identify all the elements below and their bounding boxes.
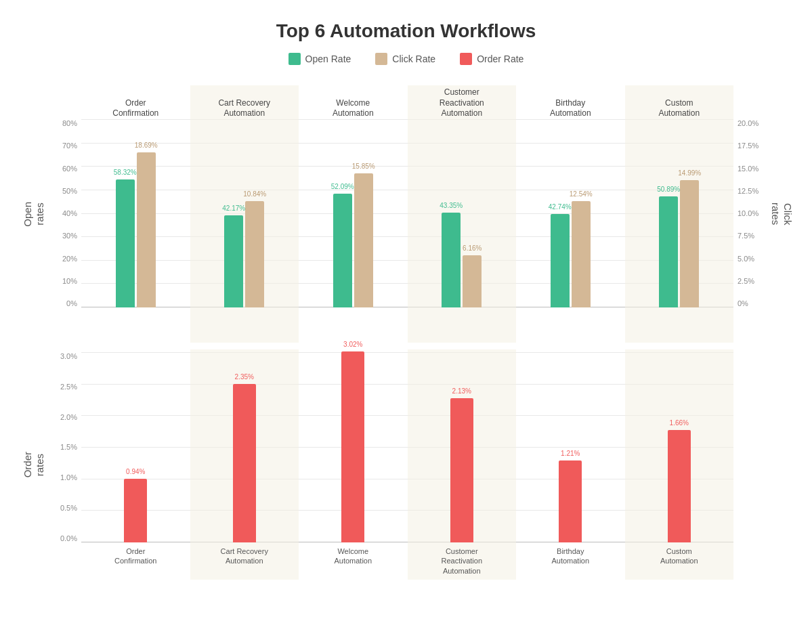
- click-rates-label: Clickrates: [769, 202, 794, 225]
- bar-open-order-confirmation: 58.32%: [116, 179, 135, 307]
- bottom-col-customer-reactivation: 2.13% CustomerReactivationAutomation: [408, 349, 517, 580]
- y-left-10: 10%: [62, 277, 77, 285]
- bar-click-welcome: 15.85%: [354, 173, 373, 307]
- y-right-100: 10.0%: [738, 209, 758, 217]
- y-left-80: 80%: [62, 119, 77, 127]
- y-right-0: 0%: [738, 299, 748, 307]
- legend-open: Open Rate: [289, 53, 351, 65]
- bar-open-cart-recovery: 42.17%: [224, 215, 243, 307]
- x-bottom-label-birthday: BirthdayAutomation: [551, 542, 589, 580]
- bottom-col-cart-recovery: 2.35% Cart RecoveryAutomation: [190, 349, 299, 580]
- y-order-30: 3.0%: [60, 352, 77, 360]
- x-bottom-label-customer-reactivation: CustomerReactivationAutomation: [441, 542, 482, 580]
- col-welcome: WelcomeAutomation 52.09% 15.85%: [299, 85, 408, 343]
- y-right-175: 17.5%: [738, 142, 758, 150]
- click-rate-legend-box: [375, 53, 387, 65]
- bar-click-cart-recovery: 10.84%: [245, 201, 264, 307]
- top-chart-body: OrderConfirmation 58.32% 18.69%: [81, 85, 733, 343]
- y-right-50: 5.0%: [738, 255, 754, 263]
- bar-open-custom: 50.89%: [659, 196, 678, 307]
- bar-click-customer-reactivation: 6.16%: [463, 255, 482, 307]
- bar-order-order-confirmation: 0.94%: [124, 479, 147, 542]
- order-rate-legend-box: [460, 53, 472, 65]
- bar-order-customer-reactivation: 2.13%: [450, 398, 473, 542]
- y-left-50: 50%: [62, 187, 77, 195]
- y-right-150: 15.0%: [738, 165, 758, 173]
- y-left-60: 60%: [62, 165, 77, 173]
- order-rate-legend-label: Order Rate: [477, 53, 523, 64]
- bottom-col-birthday: 1.21% BirthdayAutomation: [516, 349, 625, 580]
- bar-open-welcome: 52.09%: [333, 194, 352, 307]
- col-header-cart-recovery: Cart RecoveryAutomation: [217, 85, 272, 119]
- legend: Open Rate Click Rate Order Rate: [14, 53, 798, 65]
- x-bottom-label-cart-recovery: Cart RecoveryAutomation: [221, 542, 268, 580]
- x-bottom-label-welcome: WelcomeAutomation: [334, 542, 372, 580]
- x-bottom-label-order-confirmation: OrderConfirmation: [114, 542, 156, 580]
- y-right-75: 7.5%: [738, 232, 754, 240]
- chart-title: Top 6 Automation Workflows: [14, 20, 798, 42]
- x-bottom-label-custom: CustomAutomation: [660, 542, 698, 580]
- bar-click-order-confirmation: 18.69%: [137, 152, 156, 307]
- col-cart-recovery: Cart RecoveryAutomation 42.17% 10.84%: [190, 85, 299, 343]
- bar-click-birthday: 12.54%: [572, 201, 591, 307]
- col-custom: CustomAutomation 50.89% 14.99%: [625, 85, 734, 343]
- y-order-15: 1.5%: [60, 443, 77, 451]
- bar-order-custom: 1.66%: [668, 430, 691, 542]
- col-header-customer-reactivation: CustomerReactivationAutomation: [438, 85, 486, 119]
- y-right-125: 12.5%: [738, 187, 758, 195]
- legend-click: Click Rate: [375, 53, 435, 65]
- col-birthday: BirthdayAutomation 42.74% 12.54%: [516, 85, 625, 343]
- y-order-25: 2.5%: [60, 383, 77, 391]
- legend-order: Order Rate: [460, 53, 523, 65]
- y-left-70: 70%: [62, 142, 77, 150]
- y-right-25: 2.5%: [738, 277, 754, 285]
- bar-click-custom: 14.99%: [680, 180, 699, 307]
- y-left-20: 20%: [62, 255, 77, 263]
- col-header-custom: CustomAutomation: [657, 85, 701, 119]
- open-rate-legend-label: Open Rate: [305, 53, 351, 64]
- y-order-05: 0.5%: [60, 504, 77, 512]
- open-rate-legend-box: [289, 53, 301, 65]
- click-rate-legend-label: Click Rate: [392, 53, 435, 64]
- y-order-00: 0.0%: [60, 534, 77, 542]
- y-left-0: 0%: [66, 299, 77, 307]
- col-customer-reactivation: CustomerReactivationAutomation 43.35% 6.…: [408, 85, 517, 343]
- bar-open-customer-reactivation: 43.35%: [442, 213, 461, 307]
- bottom-col-welcome: 3.02% WelcomeAutomation: [299, 349, 408, 580]
- y-left-30: 30%: [62, 232, 77, 240]
- bar-order-birthday: 1.21%: [559, 460, 582, 542]
- y-order-20: 2.0%: [60, 413, 77, 421]
- bottom-col-custom: 1.66% CustomAutomation: [625, 349, 734, 580]
- bottom-col-order-confirmation: 0.94% OrderConfirmation: [81, 349, 190, 580]
- y-order-10: 1.0%: [60, 473, 77, 481]
- order-rates-label: Orderrates: [22, 452, 46, 477]
- col-header-welcome: WelcomeAutomation: [331, 85, 375, 119]
- bar-order-welcome: 3.02%: [341, 351, 364, 542]
- col-header-birthday: BirthdayAutomation: [549, 85, 593, 119]
- y-right-200: 20.0%: [738, 119, 758, 127]
- bar-order-cart-recovery: 2.35%: [233, 384, 256, 542]
- col-order-confirmation: OrderConfirmation 58.32% 18.69%: [81, 85, 190, 343]
- y-left-40: 40%: [62, 209, 77, 217]
- bar-open-birthday: 42.74%: [551, 214, 570, 307]
- open-rates-label: Openrates: [22, 202, 46, 227]
- col-header-order-confirmation: OrderConfirmation: [111, 85, 160, 119]
- bottom-chart-body: 0.94% OrderConfirmation 2.35% Cart Re: [81, 349, 733, 580]
